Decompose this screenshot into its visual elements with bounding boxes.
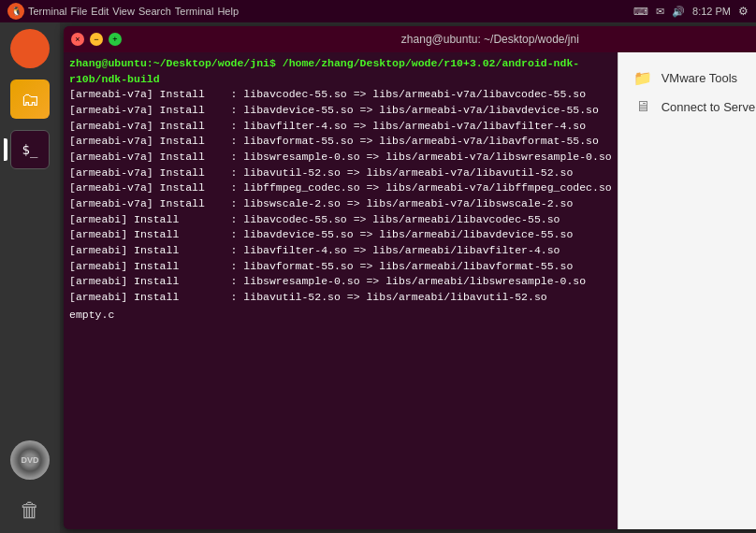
mail-icon[interactable]: ✉ xyxy=(656,6,664,18)
dock-item-files[interactable]: 🗂 xyxy=(7,77,52,122)
sidebar-section-places: 📁VMware Tools🖥Connect to Server xyxy=(618,60,756,124)
app-menu-help[interactable]: Help xyxy=(217,6,239,17)
app-menu-file[interactable]: File xyxy=(71,6,88,17)
prompt-user: zhang@ubuntu xyxy=(69,57,147,69)
dock-item-ubuntu[interactable] xyxy=(7,26,52,71)
main-layout: 🗂 $_ DVD 🗑 × − + zhang@ubuntu: ~/Desktop… xyxy=(0,22,756,533)
terminal-lines: [armeabi-v7a] Install : libavcodec-55.so… xyxy=(69,87,612,305)
prompt-path: :~/Desktop/wode/jni$ xyxy=(147,57,276,69)
terminal-line: [armeabi] Install : libavdevice-55.so =>… xyxy=(69,227,612,243)
terminal-line: [armeabi-v7a] Install : libswresample-0.… xyxy=(69,150,612,166)
sidebar-item-vmware-tools[interactable]: 📁VMware Tools xyxy=(618,64,756,93)
terminal-line: [armeabi-v7a] Install : libavfilter-4.so… xyxy=(69,119,612,135)
terminal-line: [armeabi] Install : libavfilter-4.so => … xyxy=(69,243,612,259)
sidebar-panel-content: 📁VMware Tools🖥Connect to Server xyxy=(618,52,756,529)
terminal-icon: $_ xyxy=(10,130,50,169)
terminal-line: [armeabi-v7a] Install : libavcodec-55.so… xyxy=(69,87,612,103)
sidebar-panel: 📁VMware Tools🖥Connect to Server xyxy=(618,52,756,529)
dock-item-dvd[interactable]: DVD xyxy=(7,438,52,483)
ubuntu-home-icon xyxy=(10,29,50,68)
terminal-line: [armeabi] Install : libavformat-55.so =>… xyxy=(69,259,612,275)
vmware-tools-label: VMware Tools xyxy=(662,71,737,85)
system-bar-right: ⌨ ✉ 🔊 8:12 PM ⚙ xyxy=(633,5,749,18)
system-bar: 🐧 Terminal File Edit View Search Termina… xyxy=(0,0,756,22)
app-menu-view[interactable]: View xyxy=(112,6,135,17)
app-menu-search[interactable]: Search xyxy=(138,6,171,17)
dvd-icon: DVD xyxy=(10,440,50,480)
volume-icon[interactable]: 🔊 xyxy=(672,6,685,18)
dock-item-terminal[interactable]: $_ xyxy=(7,127,52,172)
vmware-tools-icon: 📁 xyxy=(633,69,652,87)
terminal-prompt: zhang@ubuntu:~/Desktop/wode/jni$ /home/z… xyxy=(69,56,612,87)
terminal-line: [armeabi] Install : libswresample-0.so =… xyxy=(69,274,612,290)
connect-to-server-label: Connect to Server xyxy=(662,100,756,114)
files-icon: 🗂 xyxy=(10,79,50,119)
gear-icon[interactable]: ⚙ xyxy=(738,5,749,18)
terminal-line: [armeabi-v7a] Install : libavutil-52.so … xyxy=(69,166,612,181)
terminal-line: [armeabi-v7a] Install : libffmpeg_codec.… xyxy=(69,180,612,196)
app-menu-edit[interactable]: Edit xyxy=(91,6,109,17)
terminal-title: zhang@ubuntu: ~/Desktop/wode/jni xyxy=(127,33,756,46)
terminal-output[interactable]: zhang@ubuntu:~/Desktop/wode/jni$ /home/z… xyxy=(64,52,618,529)
clock-display: 8:12 PM xyxy=(692,6,731,17)
dock: 🗂 $_ DVD 🗑 xyxy=(0,22,60,533)
active-indicator xyxy=(4,138,7,161)
close-button[interactable]: × xyxy=(71,33,84,46)
maximize-button[interactable]: + xyxy=(109,33,122,46)
system-bar-left: 🐧 Terminal File Edit View Search Termina… xyxy=(7,3,239,20)
sidebar-item-connect-to-server[interactable]: 🖥Connect to Server xyxy=(618,93,756,121)
terminal-line: [armeabi] Install : libavcodec-55.so => … xyxy=(69,212,612,228)
empty-c-line: empty.c xyxy=(69,306,612,324)
terminal-window: × − + zhang@ubuntu: ~/Desktop/wode/jni z… xyxy=(64,26,756,529)
terminal-line: [armeabi-v7a] Install : libswscale-2.so … xyxy=(69,196,612,212)
terminal-line: [armeabi-v7a] Install : libavformat-55.s… xyxy=(69,134,612,150)
minimize-button[interactable]: − xyxy=(90,33,103,46)
connect-to-server-icon: 🖥 xyxy=(633,98,652,115)
ubuntu-logo[interactable]: 🐧 xyxy=(7,3,24,20)
dock-item-trash[interactable]: 🗑 xyxy=(7,488,52,533)
terminal-line: [armeabi-v7a] Install : libavdevice-55.s… xyxy=(69,103,612,119)
content-area: × − + zhang@ubuntu: ~/Desktop/wode/jni z… xyxy=(60,22,756,533)
keyboard-icon[interactable]: ⌨ xyxy=(633,6,648,18)
app-menu-terminal[interactable]: Terminal xyxy=(28,6,67,17)
terminal-line: [armeabi] Install : libavutil-52.so => l… xyxy=(69,290,612,306)
app-menu-terminal2[interactable]: Terminal xyxy=(175,6,214,17)
terminal-content-area: zhang@ubuntu:~/Desktop/wode/jni$ /home/z… xyxy=(64,52,756,529)
trash-icon: 🗑 xyxy=(10,491,50,530)
terminal-titlebar: × − + zhang@ubuntu: ~/Desktop/wode/jni xyxy=(64,26,756,52)
